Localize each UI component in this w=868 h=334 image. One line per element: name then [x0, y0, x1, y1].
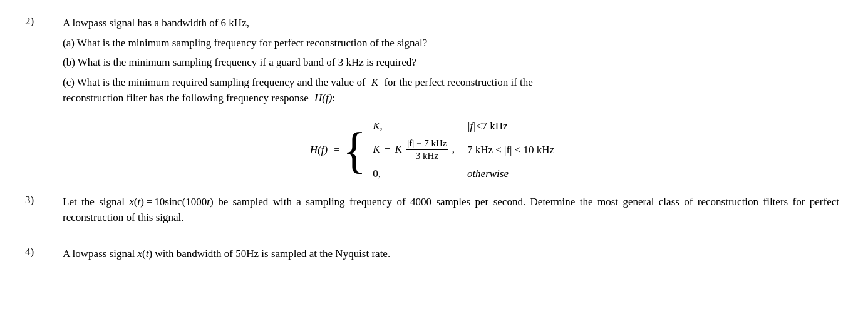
left-brace: { [343, 125, 366, 175]
equals-sign: = [334, 144, 340, 156]
problem-2b-text: (b) What is the minimum sampling frequen… [63, 56, 416, 68]
problem-2-intro-row: 2) A lowpass signal has a bandwidth of 6… [25, 15, 839, 31]
problem-2c-line1: (c) What is the minimum required samplin… [63, 76, 533, 88]
cases-table: K, |f|<7 kHz K − K |f| − 7 kHz 3 kHz [373, 118, 554, 183]
case-2-row: K − K |f| − 7 kHz 3 kHz , 7 kHz < |f| < … [373, 135, 554, 165]
frac-denominator: 3 kHz [415, 150, 440, 163]
fraction: |f| − 7 kHz 3 kHz [406, 138, 448, 163]
problem-2b: (b) What is the minimum sampling frequen… [63, 54, 839, 71]
content-area: 2) A lowpass signal has a bandwidth of 6… [25, 15, 839, 261]
case-3-row: 0, otherwise [373, 165, 554, 183]
case-1-row: K, |f|<7 kHz [373, 118, 554, 135]
case-1-condition: |f|<7 kHz [467, 118, 554, 135]
equation-block: H(f) = { K, |f|<7 kHz [25, 118, 839, 183]
case-3-condition: otherwise [467, 165, 554, 183]
case-2-condition: 7 kHz < |f| < 10 kHz [467, 135, 554, 165]
hf-label: H(f) [310, 144, 328, 156]
problem-2c-line2: reconstruction filter has the following … [63, 92, 335, 104]
problem-3-number: 3) [25, 194, 63, 206]
problem-3: 3) Let the signal x(t) = 10sinc(1000t) b… [25, 194, 839, 226]
problem-4: 4) A lowpass signal x(t) with bandwidth … [25, 237, 839, 262]
problem-2-number: 2) [25, 15, 63, 28]
problem-2: 2) A lowpass signal has a bandwidth of 6… [25, 15, 839, 183]
problem-3-text: Let the signal x(t) = 10sinc(1000t) be s… [63, 194, 839, 226]
case-3-expr: 0, [373, 165, 467, 183]
problem-2a-text: (a) What is the minimum sampling frequen… [63, 37, 427, 49]
problem-2a: (a) What is the minimum sampling frequen… [63, 35, 839, 51]
frac-numerator: |f| − 7 kHz [406, 138, 448, 151]
problem-4-row: 4) A lowpass signal x(t) with bandwidth … [25, 246, 839, 262]
problem-3-row: 3) Let the signal x(t) = 10sinc(1000t) b… [25, 194, 839, 226]
problem-4-number: 4) [25, 246, 63, 258]
case-2-expr: K − K |f| − 7 kHz 3 kHz , [373, 135, 467, 165]
case-1-expr: K, [373, 118, 467, 135]
problem-2c-text: (c) What is the minimum required samplin… [63, 74, 839, 106]
problem-2-intro: A lowpass signal has a bandwidth of 6 kH… [63, 15, 839, 31]
problem-4-text: A lowpass signal x(t) with bandwidth of … [63, 246, 839, 262]
